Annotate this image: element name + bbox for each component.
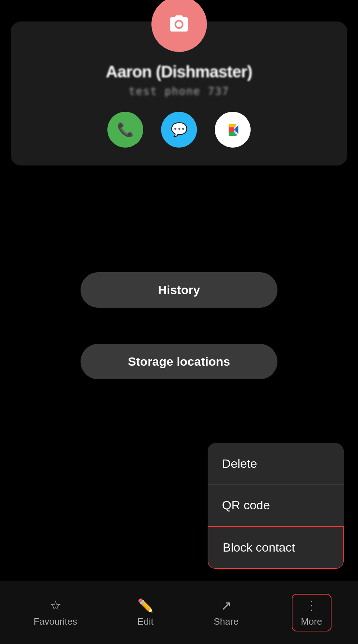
more-label: More (301, 616, 322, 627)
bottom-nav: ☆ Favourites ✏️ Edit ↗ Share ⋮ More (0, 581, 358, 644)
share-label: Share (214, 616, 238, 627)
nav-edit[interactable]: ✏️ Edit (130, 595, 161, 631)
delete-button[interactable]: Delete (208, 443, 344, 485)
block-contact-button[interactable]: Block contact (208, 526, 344, 569)
more-icon: ⋮ (305, 598, 318, 613)
contact-phone: test phone 737 (129, 85, 229, 97)
edit-icon: ✏️ (137, 598, 154, 613)
action-buttons: 📞 💬 (107, 112, 251, 148)
storage-locations-button[interactable]: Storage locations (81, 344, 277, 379)
nav-more[interactable]: ⋮ More (292, 594, 332, 631)
qr-code-button[interactable]: QR code (208, 485, 344, 526)
contact-card: Aaron (Dishmaster) test phone 737 📞 💬 (11, 21, 347, 165)
history-button[interactable]: History (81, 272, 277, 308)
contact-name: Aaron (Dishmaster) (106, 62, 252, 81)
avatar (151, 0, 207, 52)
favourites-label: Favourites (34, 616, 77, 627)
dropdown-menu: Delete QR code Block contact (208, 443, 344, 569)
nav-share[interactable]: ↗ Share (207, 595, 246, 631)
google-meet-icon (223, 120, 242, 139)
favourites-icon: ☆ (50, 598, 61, 613)
nav-favourites[interactable]: ☆ Favourites (26, 595, 84, 631)
camera-icon (168, 14, 190, 35)
message-icon: 💬 (171, 122, 188, 138)
message-button[interactable]: 💬 (161, 112, 197, 148)
share-icon: ↗ (221, 598, 232, 613)
video-button[interactable] (215, 112, 251, 148)
edit-label: Edit (137, 616, 154, 627)
phone-icon: 📞 (117, 122, 134, 138)
call-button[interactable]: 📞 (107, 112, 143, 148)
